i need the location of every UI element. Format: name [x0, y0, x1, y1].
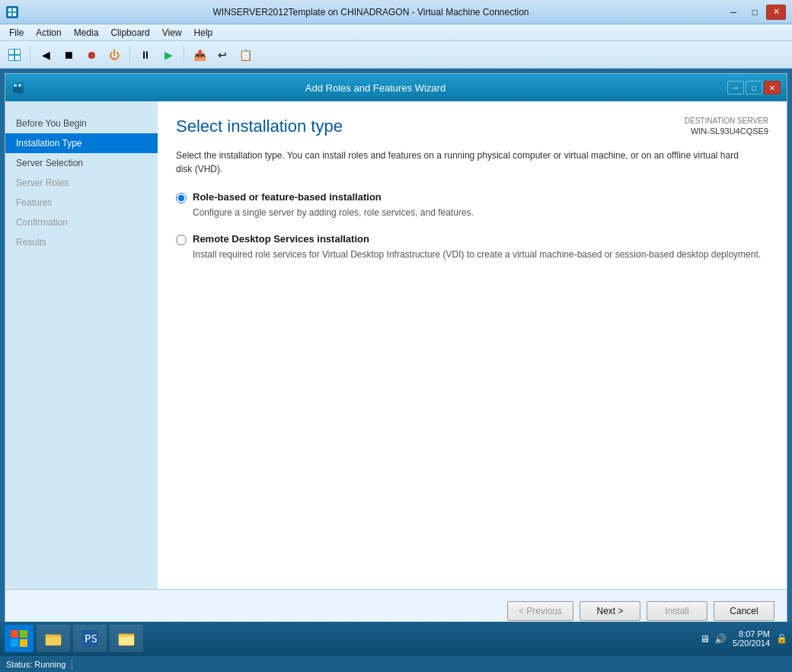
- status-bar: Status: Running: [0, 655, 792, 672]
- wizard-outer-wrap: Add Roles and Features Wizard ─ □ ✕ Befo…: [5, 73, 787, 622]
- tray-lock-icon: 🔒: [776, 633, 787, 644]
- sidebar-item-results: Results: [5, 232, 158, 252]
- toolbar-pause-btn[interactable]: ⏸: [136, 45, 155, 65]
- menu-clipboard[interactable]: Clipboard: [104, 26, 155, 40]
- svg-rect-4: [13, 13, 16, 16]
- svg-rect-2: [13, 8, 16, 11]
- menu-file[interactable]: File: [3, 26, 30, 40]
- page-title: Select installation type: [176, 117, 343, 136]
- app-icon: [6, 6, 18, 18]
- svg-rect-7: [15, 50, 20, 54]
- radio-role-based[interactable]: [176, 193, 187, 203]
- destination-server-info: DESTINATION SERVER WIN-SL93U4CQSE9: [685, 117, 768, 136]
- wizard-icon: [11, 82, 24, 94]
- page-header: Select installation type DESTINATION SER…: [176, 117, 768, 136]
- toolbar-separator-3: [184, 46, 184, 63]
- sidebar-item-before-you-begin[interactable]: Before You Begin: [5, 114, 158, 133]
- svg-rect-11: [14, 84, 17, 87]
- taskbar-app-powershell[interactable]: PS: [73, 625, 107, 652]
- minimize-button[interactable]: ─: [723, 5, 743, 20]
- menu-media[interactable]: Media: [68, 26, 105, 40]
- toolbar-back-btn[interactable]: ◀: [36, 45, 56, 65]
- svg-rect-24: [119, 636, 134, 645]
- sidebar-item-server-roles: Server Roles: [5, 173, 158, 193]
- svg-rect-16: [20, 639, 27, 647]
- maximize-button[interactable]: □: [745, 5, 765, 20]
- previous-button[interactable]: < Previous: [507, 601, 573, 621]
- radio-desc-role-based: Configure a single server by adding role…: [193, 206, 768, 219]
- wizard-title-bar: Add Roles and Features Wizard ─ □ ✕: [5, 74, 787, 101]
- svg-rect-3: [8, 13, 11, 16]
- toolbar: ◀ ⏹ ⏺ ⏻ ⏸ ▶ 📤 ↩ 📋: [0, 41, 792, 69]
- taskbar-right: 🖥 🔊 8:07 PM 5/20/2014 🔒: [700, 629, 787, 648]
- svg-text:PS: PS: [85, 632, 97, 645]
- taskbar-app-explorer[interactable]: [37, 625, 70, 652]
- menu-help[interactable]: Help: [188, 26, 219, 40]
- toolbar-icon-btn[interactable]: [5, 45, 24, 65]
- taskbar-end-icons: 🔒: [776, 633, 787, 644]
- sidebar: Before You Begin Installation Type Serve…: [5, 101, 158, 589]
- radio-remote-desktop[interactable]: [176, 235, 187, 245]
- wizard-close-button[interactable]: ✕: [764, 81, 781, 94]
- toolbar-stop-btn[interactable]: ⏹: [59, 45, 78, 65]
- system-tray: 🖥 🔊: [700, 633, 727, 645]
- radio-desc-remote-desktop: Install required role services for Virtu…: [193, 248, 768, 261]
- install-button[interactable]: Install: [647, 601, 707, 621]
- description-text: Select the installation type. You can in…: [176, 149, 739, 176]
- svg-rect-8: [9, 56, 14, 60]
- next-button[interactable]: Next >: [580, 601, 640, 621]
- toolbar-undo-btn[interactable]: ↩: [212, 45, 232, 65]
- wizard-footer: < Previous Next > Install Cancel: [5, 589, 787, 622]
- start-button[interactable]: [5, 625, 34, 652]
- main-content: Select installation type DESTINATION SER…: [158, 101, 787, 589]
- title-bar-buttons: ─ □ ✕: [723, 5, 786, 20]
- svg-rect-1: [8, 8, 11, 11]
- toolbar-play-btn[interactable]: ▶: [158, 45, 178, 65]
- radio-row-2: Remote Desktop Services installation: [176, 233, 768, 245]
- wizard-minimize-button[interactable]: ─: [727, 81, 744, 94]
- radio-row-1: Role-based or feature-based installation: [176, 191, 768, 203]
- menu-bar: File Action Media Clipboard View Help: [0, 24, 792, 41]
- status-text: Status: Running: [6, 660, 65, 669]
- sidebar-item-features: Features: [5, 193, 158, 213]
- svg-rect-25: [119, 634, 126, 637]
- radio-label-role-based[interactable]: Role-based or feature-based installation: [193, 191, 382, 203]
- title-bar-text: WINSERVER2012Template on CHINADRAGON - V…: [18, 7, 723, 18]
- menu-view[interactable]: View: [156, 26, 188, 40]
- taskbar-left: PS: [5, 625, 143, 652]
- wizard-maximize-button[interactable]: □: [746, 81, 762, 94]
- status-separator: [72, 659, 72, 670]
- clock: 8:07 PM 5/20/2014: [733, 629, 770, 648]
- clock-time: 8:07 PM: [733, 629, 770, 638]
- sidebar-item-server-selection[interactable]: Server Selection: [5, 153, 158, 173]
- wizard-title-text: Add Roles and Features Wizard: [24, 82, 727, 94]
- svg-rect-15: [11, 639, 18, 647]
- destination-server-label: DESTINATION SERVER: [685, 117, 768, 125]
- toolbar-send-btn[interactable]: 📤: [190, 45, 209, 65]
- tray-network-icon: 🖥: [700, 633, 710, 645]
- toolbar-record-btn[interactable]: ⏺: [81, 45, 101, 65]
- svg-rect-13: [11, 630, 18, 638]
- inner-window-area: Add Roles and Features Wizard ─ □ ✕ Befo…: [0, 69, 792, 622]
- toolbar-separator-2: [129, 46, 130, 63]
- menu-action[interactable]: Action: [30, 26, 67, 40]
- radio-label-remote-desktop[interactable]: Remote Desktop Services installation: [193, 233, 369, 245]
- close-button[interactable]: ✕: [766, 5, 786, 20]
- taskbar-app-file-manager[interactable]: [110, 625, 143, 652]
- clock-date: 5/20/2014: [733, 638, 770, 648]
- toolbar-power-btn[interactable]: ⏻: [104, 45, 124, 65]
- taskbar: PS 🖥 🔊 8:07 PM 5/20/2014 🔒: [0, 622, 792, 655]
- destination-server-value: WIN-SL93U4CQSE9: [691, 126, 768, 136]
- sidebar-item-installation-type[interactable]: Installation Type: [5, 133, 158, 153]
- svg-rect-6: [9, 50, 14, 54]
- toolbar-clipboard-btn[interactable]: 📋: [235, 45, 255, 65]
- svg-rect-9: [15, 56, 20, 60]
- svg-rect-14: [20, 630, 27, 638]
- radio-option-role-based: Role-based or feature-based installation…: [176, 191, 768, 219]
- tray-sound-icon: 🔊: [714, 633, 727, 645]
- cancel-button[interactable]: Cancel: [714, 601, 774, 621]
- radio-option-remote-desktop: Remote Desktop Services installation Ins…: [176, 233, 768, 261]
- title-bar: WINSERVER2012Template on CHINADRAGON - V…: [0, 0, 792, 24]
- svg-rect-12: [18, 84, 21, 87]
- wizard-title-buttons: ─ □ ✕: [727, 81, 781, 94]
